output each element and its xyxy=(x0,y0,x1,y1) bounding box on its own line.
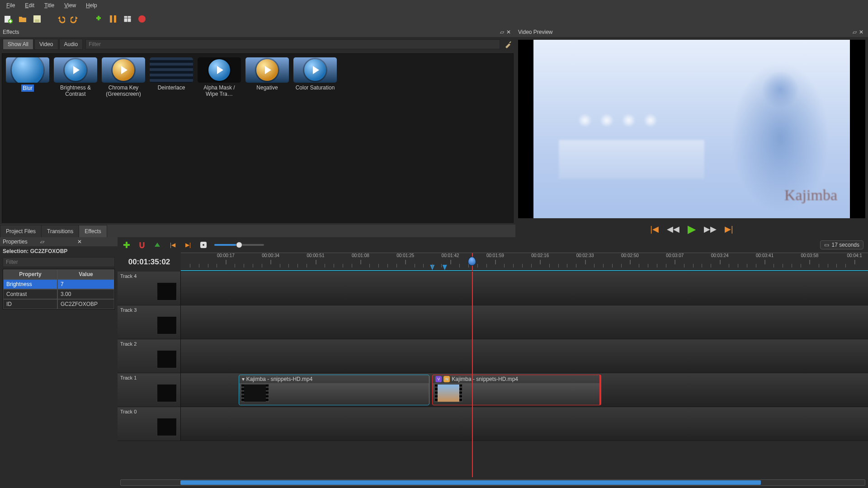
properties-selection: Selection: GC2ZFOXOBP xyxy=(0,246,118,256)
panel-close-icon[interactable]: ✕ xyxy=(506,29,513,35)
center-playhead-icon[interactable] xyxy=(199,240,208,249)
ruler-tick: 00:00:17 xyxy=(217,253,235,258)
track-lane[interactable] xyxy=(181,339,868,373)
effect-blur[interactable]: Blur xyxy=(5,56,50,98)
effects-tab-video[interactable]: Video xyxy=(34,39,58,50)
add-track-icon[interactable] xyxy=(122,240,131,249)
track-header[interactable]: Track 3 xyxy=(118,305,181,339)
track-header[interactable]: Track 2 xyxy=(118,339,181,373)
timeline-ruler[interactable]: 00:00:1700:00:3400:00:5100:01:0800:01:25… xyxy=(181,253,868,272)
timeline-clip[interactable]: ▾Kajimba - snippets-HD.mp4 xyxy=(239,375,430,405)
properties-header-value[interactable]: Value xyxy=(57,269,114,279)
undo-icon[interactable] xyxy=(56,14,65,23)
panel-close-icon[interactable]: ✕ xyxy=(77,239,115,245)
next-marker-icon[interactable]: ▶| xyxy=(184,240,193,249)
property-value[interactable]: GC2ZFOXOBP xyxy=(57,299,114,309)
effects-bottom-tabs: Project Files Transitions Effects xyxy=(0,225,515,237)
property-row[interactable]: Contrast 3.00 xyxy=(3,289,114,299)
rewind-icon[interactable]: ◀◀ xyxy=(667,224,679,234)
timeline-clip[interactable]: V N Kajimba - snippets-HD.mp4 xyxy=(432,375,601,405)
clip-badge-icon: N xyxy=(443,376,450,382)
effect-color-saturation[interactable]: Color Saturation xyxy=(292,56,338,98)
tab-transitions[interactable]: Transitions xyxy=(41,225,79,237)
prev-marker-icon[interactable]: |◀ xyxy=(168,240,177,249)
preview-panel-title: Video Preview xyxy=(518,29,853,35)
jump-start-icon[interactable]: |◀ xyxy=(650,224,659,234)
effects-filter-input[interactable] xyxy=(85,39,500,49)
property-value[interactable]: 7 xyxy=(57,279,114,289)
open-project-icon[interactable] xyxy=(18,14,27,23)
track-row: Track 0 xyxy=(118,407,868,441)
property-row[interactable]: ID GC2ZFOXOBP xyxy=(3,299,114,309)
timeline-duration-pill[interactable]: ▭ 17 seconds xyxy=(820,240,863,249)
effects-grid: Blur Brightness & Contrast Chroma Key (G… xyxy=(2,53,514,223)
timeline-scrollbar[interactable] xyxy=(118,477,868,488)
svg-rect-3 xyxy=(35,19,39,22)
effects-tab-audio[interactable]: Audio xyxy=(59,39,83,50)
fullscreen-icon[interactable] xyxy=(123,14,132,23)
effect-chroma-key[interactable]: Chroma Key (Greenscreen) xyxy=(101,56,146,98)
effect-brightness-contrast[interactable]: Brightness & Contrast xyxy=(53,56,98,98)
track-header[interactable]: Track 0 xyxy=(118,407,181,441)
track-lane[interactable] xyxy=(181,272,868,305)
svg-point-10 xyxy=(138,15,146,23)
save-project-icon[interactable] xyxy=(33,14,42,23)
panel-detach-icon[interactable]: ▱ xyxy=(853,29,859,35)
menu-help[interactable]: Help xyxy=(81,1,102,9)
effect-alpha-mask[interactable]: Alpha Mask / Wipe Tra… xyxy=(197,56,242,98)
effects-tab-showall[interactable]: Show All xyxy=(3,39,33,50)
panel-close-icon[interactable]: ✕ xyxy=(859,29,865,35)
ruler-tick: 00:00:51 xyxy=(307,253,325,258)
preview-viewport[interactable] xyxy=(518,40,865,218)
track-lane[interactable] xyxy=(181,305,868,339)
duration-label: 17 seconds xyxy=(832,242,859,248)
property-row[interactable]: Brightness 7 xyxy=(3,279,114,289)
ruler-tick: 00:04:1 xyxy=(847,253,862,258)
track-lane[interactable] xyxy=(181,407,868,441)
property-value[interactable]: 3.00 xyxy=(57,289,114,299)
track-row: Track 4 xyxy=(118,272,868,305)
menu-file[interactable]: File xyxy=(2,1,19,9)
clear-filter-icon[interactable] xyxy=(504,40,513,49)
ruler-tick: 00:01:42 xyxy=(442,253,459,258)
svg-rect-4 xyxy=(110,15,112,23)
chevron-down-icon: ▾ xyxy=(242,376,245,382)
ruler-tick: 00:02:50 xyxy=(621,253,639,258)
effects-panel: Effects ▱ ✕ Show All Video Audio Blur Br… xyxy=(0,27,515,237)
properties-filter-input[interactable] xyxy=(3,257,115,267)
property-key: ID xyxy=(3,299,57,309)
fast-forward-icon[interactable]: ▶▶ xyxy=(704,224,717,234)
duration-icon: ▭ xyxy=(824,242,829,248)
track-row: Track 3 xyxy=(118,305,868,339)
effect-label: Color Saturation xyxy=(296,84,335,91)
panel-detach-icon[interactable]: ▱ xyxy=(500,29,506,35)
play-icon[interactable]: ▶ xyxy=(688,223,696,235)
timeline-zoom-slider[interactable] xyxy=(214,244,264,246)
scrollbar-thumb[interactable] xyxy=(180,480,761,485)
menu-view[interactable]: View xyxy=(60,1,80,9)
effect-label: Chroma Key (Greenscreen) xyxy=(102,84,145,97)
menu-edit[interactable]: Edit xyxy=(20,1,39,9)
playhead-handle[interactable] xyxy=(468,257,476,266)
jump-end-icon[interactable]: ▶| xyxy=(725,224,733,234)
track-header[interactable]: Track 1 xyxy=(118,373,181,407)
profile-icon[interactable] xyxy=(108,14,118,23)
effect-label: Alpha Mask / Wipe Tra… xyxy=(198,84,241,97)
export-icon[interactable] xyxy=(137,14,146,23)
track-lane[interactable]: ▾Kajimba - snippets-HD.mp4 V N Kajimba -… xyxy=(181,373,868,407)
ruler-tick: 00:02:16 xyxy=(531,253,549,258)
import-files-icon[interactable] xyxy=(94,14,103,23)
redo-icon[interactable] xyxy=(71,14,80,23)
timeline-marker[interactable] xyxy=(443,265,447,270)
properties-header-key[interactable]: Property xyxy=(3,269,57,279)
new-project-icon[interactable] xyxy=(4,14,13,23)
razor-icon[interactable] xyxy=(153,240,162,249)
effect-deinterlace[interactable]: Deinterlace xyxy=(149,56,194,98)
effect-negative[interactable]: Negative xyxy=(245,56,290,98)
snapping-icon[interactable] xyxy=(137,240,146,249)
tab-project-files[interactable]: Project Files xyxy=(0,225,42,237)
tab-effects[interactable]: Effects xyxy=(79,225,107,237)
panel-detach-icon[interactable]: ▱ xyxy=(40,239,78,245)
menu-title[interactable]: Title xyxy=(40,1,59,9)
track-header[interactable]: Track 4 xyxy=(118,272,181,305)
